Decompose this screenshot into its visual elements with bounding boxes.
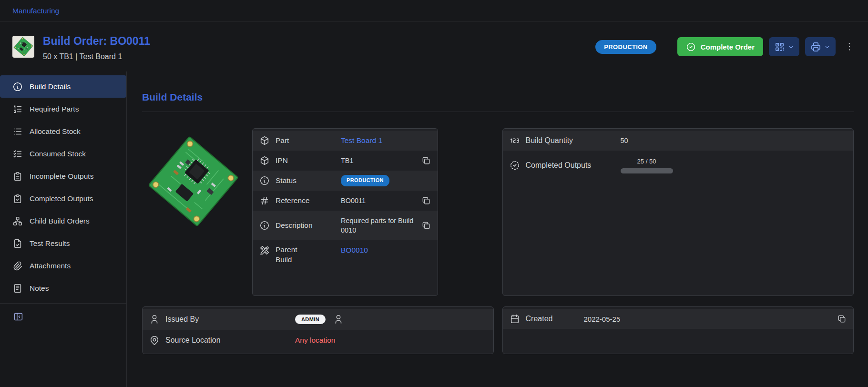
quantity-label: Build Quantity xyxy=(526,135,615,146)
detail-label: IPN xyxy=(276,156,335,166)
issued-label: Issued By xyxy=(165,314,289,325)
sidebar-item-label: Allocated Stock xyxy=(30,127,81,136)
parent-build-link[interactable]: BO0010 xyxy=(341,245,431,255)
sidebar-item-test-results[interactable]: Test Results xyxy=(0,232,126,255)
copy-icon[interactable] xyxy=(421,221,431,230)
completed-outputs-progress: 25 / 50 xyxy=(621,157,673,173)
ipn-value: TB1 xyxy=(341,156,416,165)
issued-by-row: Issued By ADMIN xyxy=(143,309,493,330)
progress-track xyxy=(621,168,673,173)
quantity-label: Completed Outputs xyxy=(526,160,615,171)
paperclip-icon xyxy=(12,261,23,271)
main-layout: Build Details Required Parts Allocated S… xyxy=(0,71,868,387)
dots-vertical-icon xyxy=(844,41,855,52)
complete-order-button[interactable]: Complete Order xyxy=(677,37,763,56)
sidebar-collapse-button[interactable] xyxy=(0,306,126,326)
sidebar-item-notes[interactable]: Notes xyxy=(0,277,126,299)
map-pin-icon xyxy=(149,335,160,346)
sidebar-item-label: Build Details xyxy=(30,82,71,91)
sidebar-divider xyxy=(0,303,126,304)
build-thumbnail[interactable] xyxy=(12,36,34,58)
sidebar-item-required-parts[interactable]: Required Parts xyxy=(0,98,126,120)
header-actions: PRODUCTION Complete Order xyxy=(595,37,856,56)
source-location-value: Any location xyxy=(295,335,487,346)
sidebar-item-label: Child Build Orders xyxy=(30,217,90,225)
issued-by-badge: ADMIN xyxy=(295,315,326,324)
copy-icon[interactable] xyxy=(837,314,847,324)
sidebar-item-label: Required Parts xyxy=(30,105,79,113)
chevron-down-icon xyxy=(787,43,795,51)
issued-label: Source Location xyxy=(165,335,289,346)
sidebar: Build Details Required Parts Allocated S… xyxy=(0,71,127,387)
chevron-down-icon xyxy=(824,43,831,51)
build-details-panel: Part Test Board 1 IPN TB1 Status PRODUCT… xyxy=(252,128,438,296)
sidebar-item-label: Attachments xyxy=(30,262,71,270)
sidebar-item-child-build-orders[interactable]: Child Build Orders xyxy=(0,210,126,232)
sidebar-item-label: Test Results xyxy=(30,239,70,248)
barcode-actions-button[interactable] xyxy=(769,37,799,56)
test-results-icon xyxy=(12,238,23,249)
print-actions-button[interactable] xyxy=(805,37,836,56)
circle-check-icon xyxy=(686,42,696,52)
pcb-thumbnail-image xyxy=(12,36,34,58)
copy-icon[interactable] xyxy=(421,156,431,165)
detail-row-reference: Reference BO0011 xyxy=(253,191,438,211)
progress-label: 25 / 50 xyxy=(621,157,673,166)
sidebar-item-label: Consumed Stock xyxy=(30,150,86,158)
breadcrumb: Manufacturing xyxy=(0,0,868,22)
detail-row-ipn: IPN TB1 xyxy=(253,151,438,171)
pcb-image xyxy=(142,130,245,233)
copy-icon[interactable] xyxy=(421,196,431,205)
details-grid: Part Test Board 1 IPN TB1 Status PRODUCT… xyxy=(142,128,854,354)
list-icon xyxy=(12,126,23,137)
build-quantity-value: 50 xyxy=(621,136,847,145)
numbers-123-icon xyxy=(510,135,520,146)
printer-icon xyxy=(810,41,821,52)
part-link[interactable]: Test Board 1 xyxy=(341,135,431,146)
status-badge: PRODUCTION xyxy=(341,175,389,186)
sidebar-item-allocated-stock[interactable]: Allocated Stock xyxy=(0,120,126,143)
detail-row-part: Part Test Board 1 xyxy=(253,131,438,151)
sidebar-collapse-icon xyxy=(13,312,23,322)
created-value: 2022-05-25 xyxy=(584,314,832,324)
part-image[interactable] xyxy=(142,130,245,240)
user-icon xyxy=(149,314,160,325)
calendar-icon xyxy=(510,314,520,324)
detail-label: Status xyxy=(276,176,335,186)
list-check-icon xyxy=(12,149,23,159)
detail-label: Reference xyxy=(276,196,335,206)
sidebar-item-attachments[interactable]: Attachments xyxy=(0,255,126,277)
sidebar-item-completed-outputs[interactable]: Completed Outputs xyxy=(0,187,126,210)
source-location-row: Source Location Any location xyxy=(143,330,493,351)
info-circle-icon xyxy=(12,81,23,92)
created-panel: Created 2022-05-25 xyxy=(502,306,854,354)
detail-label: Part xyxy=(276,136,335,146)
clipboard-icon xyxy=(12,171,23,182)
complete-order-label: Complete Order xyxy=(701,43,755,51)
breadcrumb-link-manufacturing[interactable]: Manufacturing xyxy=(12,7,59,15)
status-badge: PRODUCTION xyxy=(595,40,656,54)
sitemap-icon xyxy=(12,216,23,226)
user-icon xyxy=(333,314,344,325)
created-row: Created 2022-05-25 xyxy=(503,309,854,329)
qrcode-icon xyxy=(774,41,785,52)
sidebar-item-build-details[interactable]: Build Details xyxy=(0,75,126,98)
content-area: Build Details Part Test Board 1 IPN xyxy=(127,71,868,387)
quantities-panel: Build Quantity 50 Completed Outputs 25 /… xyxy=(502,128,854,296)
sidebar-item-consumed-stock[interactable]: Consumed Stock xyxy=(0,143,126,165)
details-cell: Part Test Board 1 IPN TB1 Status PRODUCT… xyxy=(142,128,494,296)
sidebar-item-incomplete-outputs[interactable]: Incomplete Outputs xyxy=(0,165,126,187)
list-numbers-icon xyxy=(12,104,23,114)
more-actions-button[interactable] xyxy=(843,37,856,56)
hash-icon xyxy=(259,195,270,206)
info-circle-icon xyxy=(259,175,270,186)
page-subtitle: 50 x TB1 | Test Board 1 xyxy=(43,52,150,61)
tools-icon xyxy=(259,245,270,255)
page-title: Build Order: BO0011 xyxy=(43,35,150,48)
panel-heading: Build Details xyxy=(142,92,854,112)
completed-outputs-row: Completed Outputs 25 / 50 xyxy=(503,151,854,180)
description-value: Required parts for Build 0010 xyxy=(341,216,416,235)
sidebar-item-label: Incomplete Outputs xyxy=(30,172,93,181)
progress-check-icon xyxy=(510,160,520,171)
detail-row-parent-build: Parent Build BO0010 xyxy=(253,240,438,276)
